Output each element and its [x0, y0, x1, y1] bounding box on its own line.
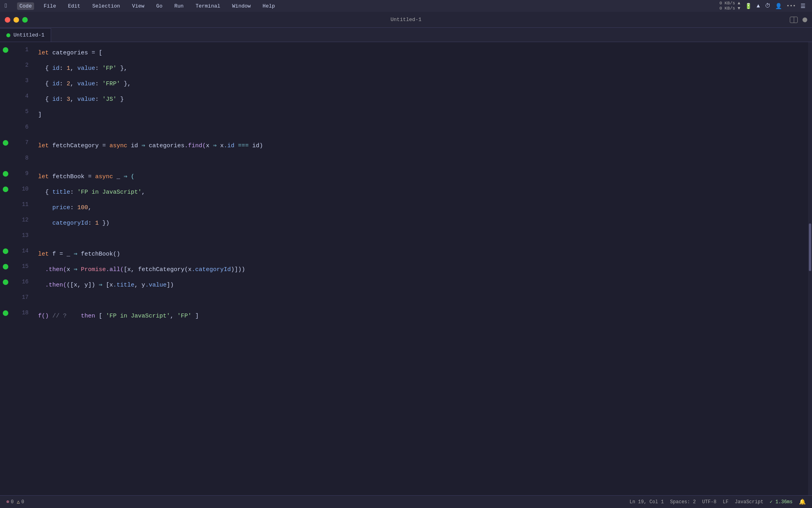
- title-bar: Untitled-1: [0, 12, 812, 28]
- tab-bar: Untitled-1: [0, 28, 812, 42]
- minimize-button[interactable]: [13, 17, 19, 23]
- breakpoint-dot-1[interactable]: [3, 47, 8, 53]
- menu-go[interactable]: Go: [154, 2, 165, 10]
- code-token: id: [52, 61, 59, 76]
- line-number-9: 9: [11, 166, 29, 181]
- status-right: Ln 19, Col 1 Spaces: 2 UTF-8 LF JavaScri…: [630, 498, 806, 505]
- menu-code[interactable]: Code: [17, 2, 34, 10]
- breakpoint-dot-7[interactable]: [3, 140, 8, 146]
- code-token: 100: [77, 200, 88, 216]
- breakpoint-dot-14[interactable]: [3, 248, 8, 254]
- code-token: ,: [88, 200, 92, 216]
- code-token: =: [99, 138, 109, 154]
- status-left: ⊗ 0 △ 0: [6, 499, 622, 505]
- indent-spaces[interactable]: Spaces: 2: [670, 499, 696, 505]
- code-token: value: [77, 92, 95, 107]
- menu-run[interactable]: Run: [172, 2, 186, 10]
- code-token: = _: [56, 246, 74, 262]
- code-content[interactable]: let categories = [ { id: 1, value: 'FP' …: [35, 42, 808, 495]
- code-line-11: price: 100,: [38, 200, 800, 216]
- menu-terminal[interactable]: Terminal: [193, 2, 222, 10]
- tab-untitled[interactable]: Untitled-1: [0, 28, 51, 42]
- gutter-indicators: [0, 42, 11, 495]
- code-token: [x,: [124, 262, 138, 277]
- cursor-position[interactable]: Ln 19, Col 1: [630, 499, 664, 505]
- gutter-6: [0, 119, 11, 135]
- line-number-8: 8: [11, 150, 29, 166]
- menu-edit[interactable]: Edit: [65, 2, 82, 10]
- network-indicator: 0 KB/s ▲ 0 KB/s ▼: [719, 1, 740, 11]
- notification-icon[interactable]: 🔔: [799, 498, 806, 505]
- breakpoint-dot-16[interactable]: [3, 279, 8, 285]
- line-number-2: 2: [11, 58, 29, 73]
- code-token: 'JS': [102, 92, 117, 107]
- code-token: .id: [224, 138, 238, 154]
- line-number-5: 5: [11, 104, 29, 119]
- apple-icon: : [5, 3, 8, 10]
- encoding[interactable]: UTF-8: [702, 499, 716, 505]
- gutter-4: [0, 89, 11, 104]
- line-number-6: 6: [11, 119, 29, 135]
- breakpoint-dot-15[interactable]: [3, 264, 8, 269]
- menu-view[interactable]: View: [130, 2, 147, 10]
- code-line-6: [38, 123, 800, 138]
- language[interactable]: JavaScript: [735, 499, 763, 505]
- gutter-9: [0, 166, 11, 181]
- code-token: :: [59, 61, 67, 76]
- line-number-12: 12: [11, 212, 29, 228]
- code-line-7: let fetchCategory = async id ⇒ categorie…: [38, 138, 800, 154]
- code-token: _: [117, 169, 124, 185]
- status-bar: ⊗ 0 △ 0 Ln 19, Col 1 Spaces: 2 UTF-8 LF …: [0, 495, 812, 508]
- battery-icon: 🔋: [745, 3, 752, 10]
- gutter-16: [0, 274, 11, 290]
- code-token: id: [131, 138, 142, 154]
- code-token: ⇒: [99, 277, 106, 293]
- gutter-15: [0, 259, 11, 274]
- close-button[interactable]: [5, 17, 10, 23]
- title-right-actions: [790, 17, 807, 23]
- code-token: categories: [52, 45, 88, 61]
- code-token: ,: [142, 185, 145, 200]
- menu-window[interactable]: Window: [230, 2, 253, 10]
- code-token: 2: [67, 76, 70, 92]
- maximize-button[interactable]: [22, 17, 28, 23]
- settings-dot-icon[interactable]: [802, 17, 807, 22]
- code-line-10: { title: 'FP in JavaScript',: [38, 185, 800, 200]
- gutter-11: [0, 197, 11, 212]
- code-token: .find(: [184, 138, 206, 154]
- menu-selection[interactable]: Selection: [90, 2, 123, 10]
- error-status[interactable]: ⊗ 0 △ 0: [6, 499, 24, 505]
- menu-file[interactable]: File: [41, 2, 58, 10]
- breakpoint-dot-18[interactable]: [3, 310, 8, 316]
- split-editor-icon[interactable]: [790, 17, 798, 23]
- line-number-1: 1: [11, 42, 29, 58]
- breakpoint-dot-10[interactable]: [3, 187, 8, 192]
- line-number-13: 13: [11, 228, 29, 243]
- code-token: , y: [134, 277, 145, 293]
- code-token: ,: [170, 308, 177, 324]
- code-token: 'FP': [102, 61, 117, 76]
- code-token: 'FP in JavaScript': [106, 308, 170, 324]
- code-token: fetchCategory: [52, 138, 99, 154]
- code-token: (x: [184, 262, 192, 277]
- gutter-17: [0, 290, 11, 305]
- line-number-16: 16: [11, 274, 29, 290]
- code-token: :: [95, 76, 102, 92]
- scrollbar-thumb[interactable]: [809, 223, 811, 271]
- scrollbar-track[interactable]: [808, 42, 812, 495]
- extra-icon: •••: [787, 3, 796, 9]
- line-number-4: 4: [11, 89, 29, 104]
- code-token: let: [38, 169, 52, 185]
- breakpoint-dot-9[interactable]: [3, 171, 8, 177]
- code-token: async: [109, 138, 131, 154]
- code-token: Promise: [81, 262, 106, 277]
- user-icon: 👤: [775, 3, 782, 10]
- code-token: let: [38, 138, 52, 154]
- gutter-12: [0, 212, 11, 228]
- code-token: ⇒: [74, 246, 81, 262]
- line-ending[interactable]: LF: [723, 499, 728, 505]
- menu-help[interactable]: Help: [260, 2, 277, 10]
- gutter-5: [0, 104, 11, 119]
- list-icon: ☰: [801, 3, 806, 10]
- code-line-15: .then(x ⇒ Promise.all([x, fetchCategory(…: [38, 262, 800, 277]
